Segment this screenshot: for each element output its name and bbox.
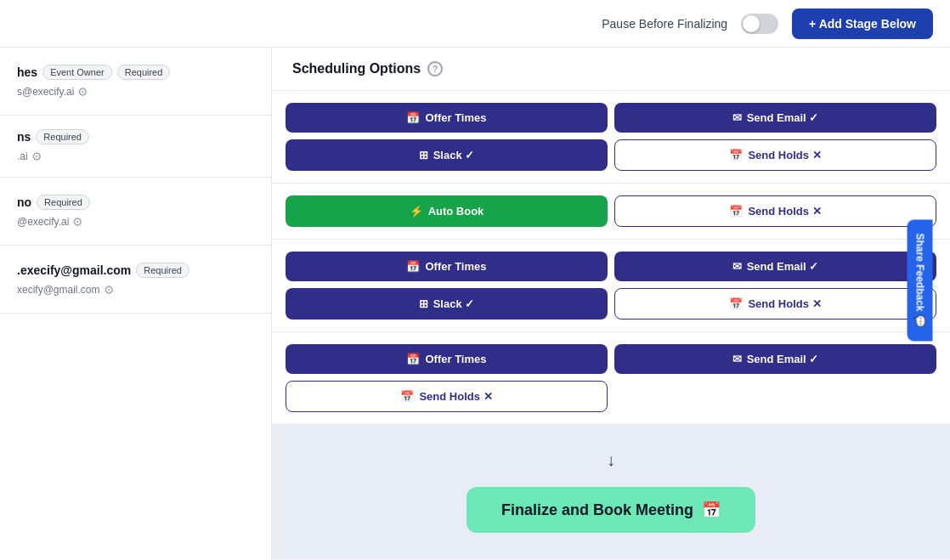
bottom-section: ↓ Finalize and Book Meeting 📅 (272, 425, 950, 558)
row1-send-email-button[interactable]: ✉ Send Email ✓ (614, 103, 936, 133)
slack-icon: ⊞ (419, 149, 428, 161)
row2-gear-icon[interactable]: ⚙ (31, 150, 42, 163)
row2-name: ns (17, 130, 31, 144)
calendar-icon: 📅 (406, 111, 420, 124)
row1-email: s@execify.ai (17, 86, 74, 98)
row2-send-holds-button[interactable]: 📅 Send Holds ✕ (614, 195, 936, 227)
main-content: hes Event Owner Required s@execify.ai ⚙ … (0, 48, 950, 560)
row2-buttons: ⚡ Auto Book 📅 Send Holds ✕ (272, 184, 950, 240)
top-bar: Pause Before Finalizing + Add Stage Belo… (0, 0, 950, 48)
row3-slack-button[interactable]: ⊞ Slack ✓ (286, 288, 608, 320)
row2-badge-required: Required (36, 129, 89, 144)
row4-email: xecify@gmail.com (17, 284, 100, 296)
email-icon-4: ✉ (732, 353, 742, 365)
finalize-label: Finalize and Book Meeting (501, 501, 693, 519)
email-icon-3: ✉ (732, 260, 742, 273)
row3-send-email-button[interactable]: ✉ Send Email ✓ (614, 252, 936, 281)
holds-icon-3: 📅 (729, 297, 743, 310)
row3-gear-icon[interactable]: ⚙ (72, 215, 83, 229)
add-stage-button[interactable]: + Add Stage Below (792, 8, 933, 39)
finalize-calendar-icon: 📅 (702, 501, 721, 519)
row2-email-row: .ai ⚙ (17, 150, 254, 163)
calendar-icon-4: 📅 (406, 353, 420, 365)
pause-toggle[interactable] (741, 14, 778, 34)
scheduling-help-icon[interactable]: ? (427, 61, 443, 76)
row4-badge-row: .execify@gmail.com Required (17, 263, 254, 278)
row4-send-email-button[interactable]: ✉ Send Email ✓ (614, 344, 936, 374)
row3-badge-row: no Required (17, 195, 254, 210)
row2-auto-book-button[interactable]: ⚡ Auto Book (286, 195, 608, 227)
row4-send-holds-button[interactable]: 📅 Send Holds ✕ (286, 381, 608, 412)
finalize-and-book-meeting-button[interactable]: Finalize and Book Meeting 📅 (467, 487, 755, 533)
email-icon: ✉ (732, 111, 742, 124)
right-panel: Scheduling Options ? 📅 Offer Times ✉ Sen… (272, 48, 950, 560)
row4-offer-times-button[interactable]: 📅 Offer Times (286, 344, 608, 374)
holds-icon-2: 📅 (729, 205, 743, 218)
row3-email-row: @execify.ai ⚙ (17, 215, 254, 229)
holds-icon-4: 📅 (400, 390, 414, 403)
row1-name: hes (17, 65, 37, 79)
auto-icon: ⚡ (410, 205, 423, 218)
row2-email: .ai (17, 150, 28, 162)
row1-slack-button[interactable]: ⊞ Slack ✓ (286, 139, 608, 171)
row1-email-row: s@execify.ai ⚙ (17, 85, 254, 99)
row4-email-row: xecify@gmail.com ⚙ (17, 283, 254, 297)
chat-icon: 💬 (913, 314, 925, 327)
row3-offer-times-button[interactable]: 📅 Offer Times (286, 252, 608, 281)
row3-name: no (17, 195, 31, 209)
row1-badge-required: Required (117, 65, 171, 80)
row1-offer-times-button[interactable]: 📅 Offer Times (286, 103, 608, 133)
feedback-label: Share Feedback (913, 233, 925, 311)
scheduling-header: Scheduling Options ? (272, 48, 950, 91)
row1-buttons: 📅 Offer Times ✉ Send Email ✓ ⊞ Slack ✓ 📅… (272, 91, 950, 184)
row1-badge-event-owner: Event Owner (42, 65, 112, 80)
row2-badge-row: ns Required (17, 129, 254, 144)
share-feedback-tab[interactable]: Share Feedback 💬 (907, 219, 932, 341)
scheduling-title: Scheduling Options (292, 61, 421, 76)
pause-before-finalizing-label: Pause Before Finalizing (602, 17, 727, 31)
calendar-icon-3: 📅 (406, 260, 420, 273)
row1-badge-row: hes Event Owner Required (17, 65, 254, 80)
row1-send-holds-button[interactable]: 📅 Send Holds ✕ (614, 139, 936, 171)
row3-email: @execify.ai (17, 216, 69, 228)
row3-badge-required: Required (37, 195, 90, 210)
row4-badge-required: Required (136, 263, 189, 278)
row4-buttons: 📅 Offer Times ✉ Send Email ✓ 📅 Send Hold… (272, 332, 950, 425)
row3-buttons: 📅 Offer Times ✉ Send Email ✓ ⊞ Slack ✓ 📅… (272, 240, 950, 332)
row4-gear-icon[interactable]: ⚙ (104, 283, 115, 297)
left-panel: hes Event Owner Required s@execify.ai ⚙ … (0, 48, 272, 560)
holds-icon: 📅 (729, 149, 743, 161)
row3-send-holds-button[interactable]: 📅 Send Holds ✕ (614, 288, 936, 320)
row1-gear-icon[interactable]: ⚙ (77, 85, 88, 99)
row4-name: .execify@gmail.com (17, 263, 131, 277)
slack-icon-3: ⊞ (419, 297, 428, 310)
arrow-down-icon: ↓ (607, 450, 615, 470)
